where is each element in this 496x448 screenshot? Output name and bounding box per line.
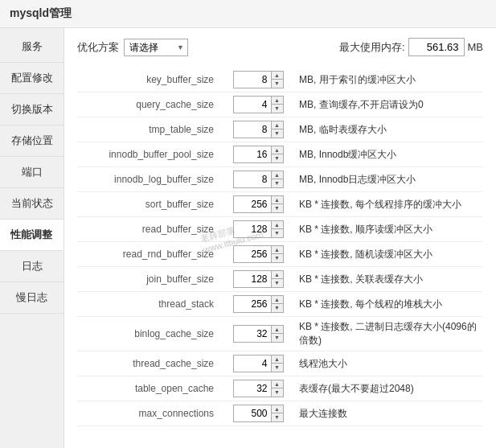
param-value-input[interactable]	[234, 172, 271, 187]
param-value-input[interactable]	[234, 72, 271, 87]
spin-up-button[interactable]: ▲	[272, 196, 283, 204]
spin-buttons: ▲▼	[271, 196, 283, 212]
param-desc: KB * 连接数, 顺序读缓冲区大小	[294, 217, 483, 242]
param-value-input[interactable]	[234, 247, 271, 261]
param-value-input[interactable]	[234, 297, 271, 311]
spin-up-button[interactable]: ▲	[272, 405, 283, 413]
param-value-input[interactable]	[234, 222, 271, 236]
number-input-wrapper: ▲▼	[233, 270, 284, 288]
spin-down-button[interactable]: ▼	[272, 364, 283, 372]
sidebar-item-performance[interactable]: 性能调整	[0, 220, 64, 251]
spin-down-button[interactable]: ▼	[272, 80, 283, 88]
param-value-input[interactable]	[234, 327, 271, 341]
param-value-input[interactable]	[234, 147, 271, 162]
param-name: read_buffer_size	[77, 217, 222, 242]
param-value-cell: ▲▼	[222, 68, 294, 92]
spin-up-button[interactable]: ▲	[272, 296, 283, 304]
spin-up-button[interactable]: ▲	[272, 380, 283, 388]
sidebar-item-slowlog[interactable]: 慢日志	[0, 282, 64, 314]
param-value-input[interactable]	[234, 381, 271, 396]
param-name: max_connections	[77, 401, 222, 426]
param-desc: 最大连接数	[294, 401, 483, 426]
number-input-wrapper: ▲▼	[233, 325, 284, 343]
spin-up-button[interactable]: ▲	[272, 326, 283, 334]
table-row: key_buffer_size▲▼MB, 用于索引的缓冲区大小	[77, 68, 483, 92]
number-input-wrapper: ▲▼	[233, 295, 284, 313]
param-value-cell: ▲▼	[222, 376, 294, 401]
spin-buttons: ▲▼	[271, 221, 283, 237]
table-row: thread_stack▲▼KB * 连接数, 每个线程的堆栈大小	[77, 292, 483, 317]
spin-down-button[interactable]: ▼	[272, 254, 283, 262]
sidebar-item-log[interactable]: 日志	[0, 251, 64, 282]
optimization-select-wrapper[interactable]: 请选择 自定义 推荐设置	[124, 39, 188, 56]
sidebar-item-status[interactable]: 当前状态	[0, 188, 64, 220]
spin-up-button[interactable]: ▲	[272, 97, 283, 105]
param-value-cell: ▲▼	[222, 317, 294, 351]
spin-buttons: ▲▼	[271, 246, 283, 262]
optimization-select[interactable]: 请选择 自定义 推荐设置	[124, 39, 188, 56]
spin-down-button[interactable]: ▼	[272, 129, 283, 138]
spin-down-button[interactable]: ▼	[272, 388, 283, 397]
param-value-cell: ▲▼	[222, 351, 294, 376]
param-value-input[interactable]	[234, 356, 271, 371]
spin-up-button[interactable]: ▲	[272, 221, 283, 229]
memory-input[interactable]	[408, 38, 465, 56]
param-name: thread_cache_size	[77, 351, 222, 376]
number-input-wrapper: ▲▼	[233, 171, 284, 188]
spin-up-button[interactable]: ▲	[272, 356, 283, 364]
number-input-wrapper: ▲▼	[233, 380, 284, 397]
spin-down-button[interactable]: ▼	[272, 334, 283, 342]
spin-down-button[interactable]: ▼	[272, 204, 283, 212]
spin-down-button[interactable]: ▼	[272, 413, 283, 421]
app-container: mysqld管理 服务配置修改切换版本存储位置端口当前状态性能调整日志慢日志 优…	[0, 0, 496, 448]
param-value-input[interactable]	[234, 406, 271, 421]
spin-up-button[interactable]: ▲	[272, 246, 283, 254]
spin-down-button[interactable]: ▼	[272, 304, 283, 312]
params-table: key_buffer_size▲▼MB, 用于索引的缓冲区大小query_cac…	[77, 68, 483, 426]
param-value-cell: ▲▼	[222, 292, 294, 317]
spin-up-button[interactable]: ▲	[272, 146, 283, 154]
number-input-wrapper: ▲▼	[233, 245, 284, 263]
number-input-wrapper: ▲▼	[233, 405, 284, 422]
spin-up-button[interactable]: ▲	[272, 171, 283, 179]
spin-down-button[interactable]: ▼	[272, 105, 283, 113]
sidebar-item-version[interactable]: 切换版本	[0, 94, 64, 125]
sidebar-item-storage[interactable]: 存储位置	[0, 125, 64, 157]
param-desc: KB * 连接数, 随机读缓冲区大小	[294, 242, 483, 267]
param-value-input[interactable]	[234, 272, 271, 286]
param-name: read_rnd_buffer_size	[77, 242, 222, 267]
table-row: tmp_table_size▲▼MB, 临时表缓存大小	[77, 117, 483, 142]
param-value-input[interactable]	[234, 97, 271, 112]
table-row: max_connections▲▼最大连接数	[77, 401, 483, 426]
param-desc: MB, 用于索引的缓冲区大小	[294, 68, 483, 92]
param-desc: KB * 连接数, 每个线程的堆栈大小	[294, 292, 483, 317]
param-desc: 线程池大小	[294, 351, 483, 376]
param-value-cell: ▲▼	[222, 167, 294, 192]
param-desc: MB, Innodb日志缓冲区大小	[294, 167, 483, 192]
param-name: sort_buffer_size	[77, 192, 222, 217]
param-value-input[interactable]	[234, 197, 271, 212]
spin-down-button[interactable]: ▼	[272, 154, 283, 162]
param-name: thread_stack	[77, 292, 222, 317]
spin-buttons: ▲▼	[271, 271, 283, 287]
sidebar-item-config[interactable]: 配置修改	[0, 63, 64, 94]
spin-down-button[interactable]: ▼	[272, 279, 283, 287]
spin-up-button[interactable]: ▲	[272, 271, 283, 279]
spin-buttons: ▲▼	[271, 405, 283, 421]
param-desc: MB, Innodb缓冲区大小	[294, 142, 483, 167]
spin-up-button[interactable]: ▲	[272, 121, 283, 129]
spin-down-button[interactable]: ▼	[272, 179, 283, 187]
param-value-input[interactable]	[234, 122, 271, 137]
param-desc: KB * 连接数, 关联表缓存大小	[294, 267, 483, 292]
sidebar-item-service[interactable]: 服务	[0, 31, 64, 63]
param-value-cell: ▲▼	[222, 267, 294, 292]
param-value-cell: ▲▼	[222, 242, 294, 267]
param-value-cell: ▲▼	[222, 401, 294, 426]
table-row: thread_cache_size▲▼线程池大小	[77, 351, 483, 376]
param-name: innodb_buffer_pool_size	[77, 142, 222, 167]
spin-up-button[interactable]: ▲	[272, 72, 283, 80]
spin-buttons: ▲▼	[271, 72, 283, 88]
sidebar-item-port[interactable]: 端口	[0, 157, 64, 188]
spin-buttons: ▲▼	[271, 326, 283, 342]
spin-down-button[interactable]: ▼	[272, 229, 283, 237]
